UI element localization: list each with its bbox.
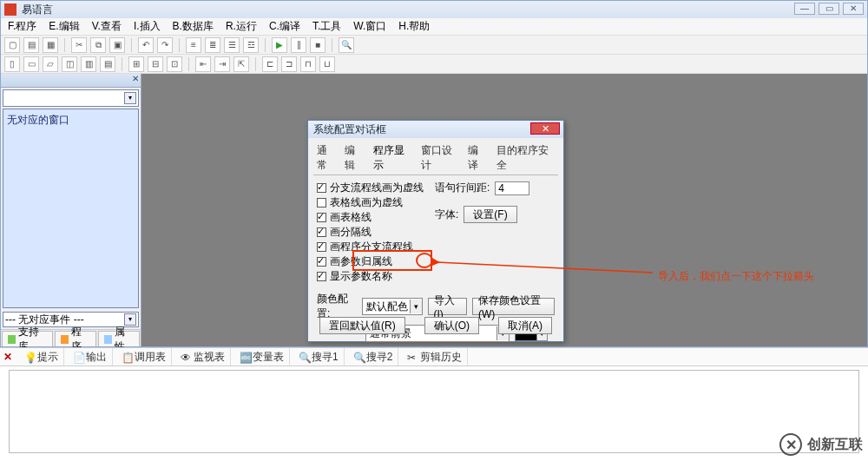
btab-find2[interactable]: 🔍搜寻2 (348, 348, 399, 366)
layout11-icon[interactable]: ⇥ (214, 56, 230, 72)
checkbox-c6[interactable] (317, 257, 326, 267)
layout1-icon[interactable]: ▯ (4, 56, 20, 72)
tool-run-icon[interactable]: ▶ (272, 37, 287, 53)
check-label: 表格线画为虚线 (330, 195, 403, 210)
dialog-close-button[interactable]: ✕ (530, 122, 560, 135)
btab-clip[interactable]: ✂剪辑历史 (402, 348, 468, 366)
checkbox-c4[interactable] (317, 227, 326, 237)
menu-db[interactable]: B.数据库 (173, 19, 214, 34)
tab-compile[interactable]: 编译 (468, 143, 487, 173)
tool-undo-icon[interactable]: ↶ (138, 37, 154, 53)
layout10-icon[interactable]: ⇤ (195, 56, 211, 72)
tool-open-icon[interactable]: ▤ (23, 37, 39, 53)
search-icon: 🔍 (299, 352, 309, 362)
tool-new-icon[interactable]: ▢ (4, 37, 20, 53)
checkbox-c2[interactable] (317, 198, 326, 207)
side-tabs: 支持库 程序 属性 (1, 329, 141, 346)
layout5-icon[interactable]: ▥ (81, 56, 96, 72)
checkbox-c7[interactable] (317, 272, 326, 281)
output-panel[interactable] (9, 370, 859, 453)
layout2-icon[interactable]: ▭ (23, 56, 39, 72)
layout4-icon[interactable]: ◫ (62, 56, 77, 72)
book-icon (8, 335, 16, 344)
menu-view[interactable]: V.查看 (92, 19, 122, 34)
menu-tools[interactable]: T.工具 (312, 19, 341, 34)
menu-program[interactable]: F.程序 (8, 19, 36, 34)
checkbox-c5[interactable] (317, 242, 326, 252)
tool-redo-icon[interactable]: ↷ (157, 37, 173, 53)
sidetab-program[interactable]: 程序 (55, 331, 96, 346)
tool-copy-icon[interactable]: ⧉ (90, 37, 106, 53)
watermark-icon: ✕ (779, 433, 802, 456)
maximize-button[interactable]: ▭ (819, 3, 839, 15)
font-settings-button[interactable]: 设置(F) (464, 206, 516, 223)
save-color-button[interactable]: 保存颜色设置(W) (472, 298, 555, 315)
layout15-icon[interactable]: ⊓ (300, 56, 316, 72)
tab-normal[interactable]: 通常 (317, 143, 336, 173)
menu-insert[interactable]: I.插入 (134, 19, 161, 34)
menu-window[interactable]: W.窗口 (353, 19, 386, 34)
watermark-text: 创新互联 (807, 436, 863, 454)
tool-align2-icon[interactable]: ≣ (205, 37, 220, 53)
checkbox-c1[interactable] (317, 183, 326, 193)
tool-find-icon[interactable]: 🔍 (339, 37, 354, 53)
btab-find1[interactable]: 🔍搜寻1 (293, 348, 345, 366)
layout13-icon[interactable]: ⊏ (262, 56, 278, 72)
tab-display[interactable]: 程序显示 (373, 143, 412, 173)
cancel-button[interactable]: 取消(A) (498, 317, 552, 334)
layout12-icon[interactable]: ⇱ (233, 56, 249, 72)
watermark: ✕ 创新互联 (779, 433, 863, 456)
chevron-down-icon[interactable]: ▾ (410, 300, 422, 313)
spacing-input[interactable]: 4 (495, 181, 529, 195)
menu-edit[interactable]: E.编辑 (49, 19, 79, 34)
tool-align4-icon[interactable]: ☲ (243, 37, 259, 53)
divider (313, 175, 558, 175)
btab-watch[interactable]: 👁监视表 (175, 348, 231, 366)
separator-icon (255, 57, 256, 71)
tab-security[interactable]: 目的程序安全 (496, 143, 555, 173)
layout8-icon[interactable]: ⊟ (148, 56, 163, 72)
layout7-icon[interactable]: ⊞ (128, 56, 144, 72)
menu-run[interactable]: R.运行 (226, 19, 257, 34)
import-button[interactable]: 导入(I) (428, 298, 467, 315)
btab-output[interactable]: 📄输出 (68, 348, 113, 366)
sidetab-property[interactable]: 属性 (98, 331, 140, 346)
side-panel-close-icon[interactable]: ✕ (132, 74, 139, 83)
btab-var[interactable]: 🔤变量表 (234, 348, 290, 366)
dialog-titlebar: 系统配置对话框 ✕ (308, 121, 563, 138)
close-button[interactable]: ✕ (843, 3, 864, 15)
separator-icon (131, 38, 132, 52)
layout3-icon[interactable]: ▱ (43, 56, 58, 72)
menubar: F.程序 E.编辑 V.查看 I.插入 B.数据库 R.运行 C.编译 T.工具… (1, 18, 867, 36)
menu-compile[interactable]: C.编译 (269, 19, 300, 34)
btab-hint[interactable]: 💡提示 (19, 348, 64, 366)
layout9-icon[interactable]: ⊡ (167, 56, 182, 72)
chevron-down-icon[interactable]: ▾ (124, 92, 136, 104)
dialog-tabs: 通常 编辑 程序显示 窗口设计 编译 目的程序安全 (308, 138, 563, 175)
check-label: 画表格线 (330, 210, 372, 225)
sidetab-support[interactable]: 支持库 (2, 331, 53, 346)
tool-stop-icon[interactable]: ■ (310, 37, 326, 53)
tab-edit[interactable]: 编辑 (345, 143, 364, 173)
config-dialog: 系统配置对话框 ✕ 通常 编辑 程序显示 窗口设计 编译 目的程序安全 分支流程… (307, 120, 564, 342)
bottom-close-icon[interactable]: ✕ (3, 351, 16, 363)
tool-save-icon[interactable]: ▦ (43, 37, 58, 53)
side-panel-combo[interactable]: ▾ (3, 89, 139, 107)
tool-cut-icon[interactable]: ✂ (71, 37, 87, 53)
tool-align3-icon[interactable]: ☰ (224, 37, 240, 53)
lightbulb-icon: 💡 (24, 352, 35, 362)
tool-paste-icon[interactable]: ▣ (109, 37, 125, 53)
color-scheme-combo[interactable]: 默认配色 ▾ (362, 298, 423, 315)
minimize-button[interactable]: — (794, 3, 815, 15)
tool-pause-icon[interactable]: ‖ (291, 37, 306, 53)
tool-align1-icon[interactable]: ≡ (186, 37, 201, 53)
layout6-icon[interactable]: ▤ (100, 56, 115, 72)
reset-button[interactable]: 置回默认值(R) (319, 317, 405, 334)
btab-call[interactable]: 📋调用表 (116, 348, 172, 366)
layout16-icon[interactable]: ⊔ (319, 56, 335, 72)
checkbox-c3[interactable] (317, 213, 326, 222)
ok-button[interactable]: 确认(O) (424, 317, 479, 334)
menu-help[interactable]: H.帮助 (398, 19, 430, 34)
tab-window[interactable]: 窗口设计 (421, 143, 460, 173)
layout14-icon[interactable]: ⊐ (281, 56, 297, 72)
